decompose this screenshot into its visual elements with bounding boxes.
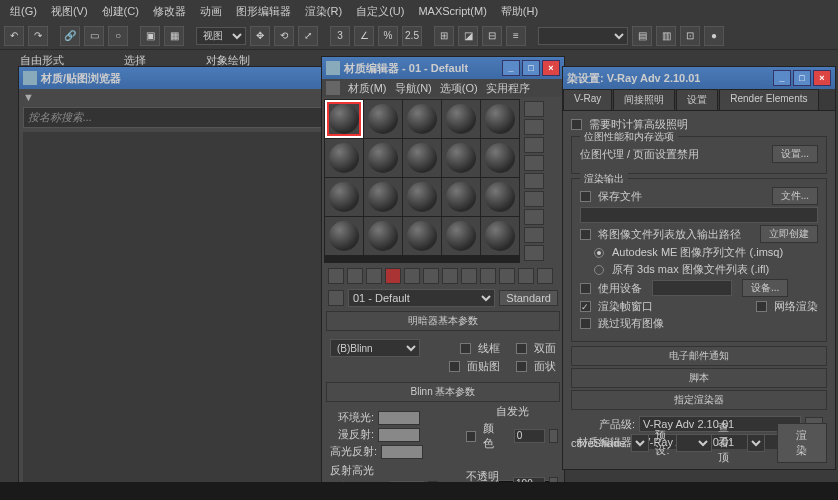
makenow-button[interactable]: 立即创建: [760, 225, 818, 243]
mat-map-nav-icon[interactable]: [524, 245, 544, 261]
render-max-icon[interactable]: □: [793, 70, 811, 86]
browser-search-input[interactable]: 按名称搜索...: [23, 107, 348, 128]
get-material-icon[interactable]: [328, 268, 344, 284]
mat-slot[interactable]: [442, 217, 480, 255]
mat-slot[interactable]: [325, 100, 363, 138]
menu-maxscript[interactable]: MAXScript(M): [412, 3, 492, 19]
render-button[interactable]: 渲染: [777, 423, 827, 463]
tool-selrect[interactable]: ▭: [84, 26, 104, 46]
use-device-checkbox[interactable]: [580, 283, 591, 294]
imagelist-checkbox[interactable]: [580, 229, 591, 240]
mat-menu-material[interactable]: 材质(M): [348, 81, 387, 96]
menu-view[interactable]: 视图(V): [45, 2, 94, 21]
wire-checkbox[interactable]: [460, 343, 471, 354]
tool-named-sel[interactable]: ⊞: [434, 26, 454, 46]
diffuse-map-icon[interactable]: [424, 429, 436, 441]
mat-slot[interactable]: [481, 178, 519, 216]
two-sided-checkbox[interactable]: [516, 343, 527, 354]
tool-undo[interactable]: ↶: [4, 26, 24, 46]
menu-create[interactable]: 创建(C): [96, 2, 145, 21]
tool-spinner-snap[interactable]: 2.5: [402, 26, 422, 46]
mat-slot[interactable]: [403, 139, 441, 177]
mat-slot[interactable]: [481, 100, 519, 138]
net-checkbox[interactable]: [756, 301, 767, 312]
mat-slot[interactable]: [325, 217, 363, 255]
mat-slot[interactable]: [481, 217, 519, 255]
options-icon[interactable]: [524, 209, 544, 225]
tab-elements[interactable]: Render Elements: [719, 89, 818, 110]
mat-slot[interactable]: [442, 100, 480, 138]
menu-custom[interactable]: 自定义(U): [350, 2, 410, 21]
rollout-email[interactable]: 电子邮件通知: [571, 346, 827, 366]
menu-help[interactable]: 帮助(H): [495, 2, 544, 21]
selfillum-spinner[interactable]: 0: [514, 429, 545, 443]
render-titlebar[interactable]: 染设置: V-Ray Adv 2.10.01 _ □ ×: [563, 67, 835, 89]
menu-graph[interactable]: 图形编辑器: [230, 2, 297, 21]
ifl-radio[interactable]: [594, 265, 604, 275]
rollout-script[interactable]: 脚本: [571, 368, 827, 388]
mat-slot[interactable]: [364, 217, 402, 255]
menu-modifiers[interactable]: 修改器: [147, 2, 192, 21]
tool-b[interactable]: ▥: [656, 26, 676, 46]
perf-setup-button[interactable]: 设置...: [772, 145, 818, 163]
preview-icon[interactable]: [524, 191, 544, 207]
main-menu[interactable]: 组(G) 视图(V) 创建(C) 修改器 动画 图形编辑器 渲染(R) 自定义(…: [0, 0, 838, 22]
save-file-checkbox[interactable]: [580, 191, 591, 202]
mat-slot[interactable]: [325, 139, 363, 177]
assign-icon[interactable]: [366, 268, 382, 284]
mat-slot[interactable]: [481, 139, 519, 177]
show-end-icon[interactable]: [499, 268, 515, 284]
put-to-scene-icon[interactable]: [347, 268, 363, 284]
backlight-icon[interactable]: [524, 119, 544, 135]
tool-angle-snap[interactable]: ∠: [354, 26, 374, 46]
material-name-select[interactable]: 01 - Default: [348, 289, 495, 307]
material-type-button[interactable]: Standard: [499, 290, 558, 306]
mat-slot[interactable]: [364, 139, 402, 177]
mat-slot[interactable]: [403, 100, 441, 138]
output-path-input[interactable]: [580, 207, 818, 223]
mat-menu-util[interactable]: 实用程序: [486, 81, 530, 96]
tab-settings[interactable]: 设置: [676, 89, 718, 110]
tool-c[interactable]: ⊡: [680, 26, 700, 46]
background-icon[interactable]: [524, 137, 544, 153]
video-check-icon[interactable]: [524, 173, 544, 189]
tab-vray[interactable]: V-Ray: [563, 89, 612, 110]
matid-icon[interactable]: [461, 268, 477, 284]
menu-anim[interactable]: 动画: [194, 2, 228, 21]
make-unique-icon[interactable]: [423, 268, 439, 284]
tool-sel2[interactable]: ▦: [164, 26, 184, 46]
adv-light-checkbox[interactable]: [571, 119, 582, 130]
mat-slot[interactable]: [442, 139, 480, 177]
sample-type-icon[interactable]: [524, 101, 544, 117]
tool-snap[interactable]: 3: [330, 26, 350, 46]
skip-checkbox[interactable]: [580, 318, 591, 329]
mat-slot[interactable]: [442, 178, 480, 216]
device-input[interactable]: [652, 280, 732, 296]
preset-select[interactable]: [676, 434, 713, 452]
selfillum-checkbox[interactable]: [466, 431, 476, 442]
render-min-icon[interactable]: _: [773, 70, 791, 86]
mat-opts-icon[interactable]: [326, 81, 340, 95]
pick-material-icon[interactable]: [328, 290, 344, 306]
show-map-icon[interactable]: [480, 268, 496, 284]
diffuse-swatch[interactable]: [378, 428, 420, 442]
tool-link[interactable]: 🔗: [60, 26, 80, 46]
tool-mirror[interactable]: ◪: [458, 26, 478, 46]
tool-move[interactable]: ✥: [250, 26, 270, 46]
put-to-lib-icon[interactable]: [442, 268, 458, 284]
go-sibling-icon[interactable]: [537, 268, 553, 284]
mat-menu-opt[interactable]: 选项(O): [440, 81, 478, 96]
shader-select[interactable]: (B)Blinn: [330, 339, 420, 357]
mat-slot[interactable]: [364, 100, 402, 138]
imsq-radio[interactable]: [594, 248, 604, 258]
tool-scale[interactable]: ⤢: [298, 26, 318, 46]
reset-icon[interactable]: [385, 268, 401, 284]
tool-a[interactable]: ▤: [632, 26, 652, 46]
ambient-swatch[interactable]: [378, 411, 420, 425]
target-select[interactable]: [631, 434, 649, 452]
select-by-mat-icon[interactable]: [524, 227, 544, 243]
render-close-icon[interactable]: ×: [813, 70, 831, 86]
sample-uv-icon[interactable]: [524, 155, 544, 171]
mat-menu-nav[interactable]: 导航(N): [395, 81, 432, 96]
rollout-assign[interactable]: 指定渲染器: [571, 390, 827, 410]
